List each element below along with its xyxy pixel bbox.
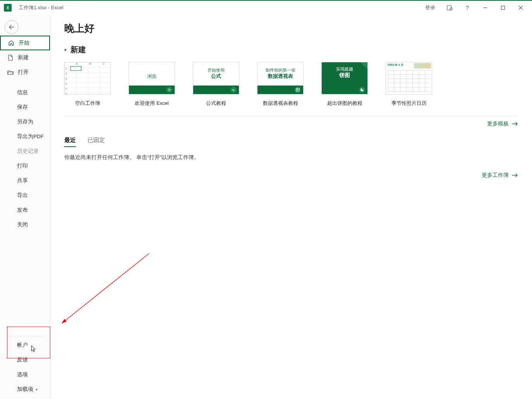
minimize-button[interactable]	[476, 2, 494, 14]
sign-in-button[interactable]: 登录	[420, 2, 441, 14]
sidebar-label: 打开	[18, 69, 29, 76]
template-welcome[interactable]: 浏览 欢迎使用 Excel	[129, 62, 175, 107]
section-title: 新建	[70, 45, 86, 55]
sidebar-item-save[interactable]: 保存	[0, 100, 50, 115]
arrow-right-icon	[166, 87, 172, 93]
template-label: 空白工作簿	[57, 100, 118, 107]
fx-icon: fx	[230, 87, 237, 93]
pie-icon	[359, 87, 365, 93]
recent-tabs: 最近 已固定	[64, 137, 518, 147]
sidebar-item-history: 历史记录	[0, 144, 50, 159]
chevron-down-icon: ▾	[36, 387, 38, 392]
sidebar-item-options[interactable]: 选项	[0, 367, 50, 382]
more-workbooks-link[interactable]: 更多工作簿	[64, 172, 518, 179]
arrow-right-icon	[512, 173, 518, 178]
template-calendar[interactable]: 20XX 年 4 月 季节性照片日历	[386, 62, 432, 107]
template-thumb: 浏览	[129, 62, 175, 94]
template-label: 季节性照片日历	[378, 100, 440, 107]
template-blank[interactable]: ABC 123456 空白工作簿	[64, 62, 111, 107]
template-thumb: ABC 123456	[64, 62, 111, 94]
open-folder-icon	[7, 70, 14, 75]
home-icon	[8, 40, 15, 46]
sidebar-label: 新建	[18, 54, 29, 61]
template-formulas[interactable]: 开始使用公式 fx 公式教程	[193, 62, 239, 107]
more-templates-link[interactable]: 更多模板	[64, 120, 518, 127]
sidebar-item-saveas[interactable]: 另存为	[0, 115, 50, 129]
sidebar-item-share[interactable]: 共享	[0, 173, 50, 188]
template-pie[interactable]: 实现超越饼图 超出饼图的教程	[321, 62, 368, 107]
sidebar-item-home[interactable]: 开始	[0, 36, 50, 50]
sidebar-item-close[interactable]: 关闭	[0, 217, 50, 232]
template-thumb: 实现超越饼图	[321, 62, 368, 94]
chevron-down-icon: ▾	[64, 47, 67, 53]
arrow-right-icon	[512, 122, 518, 126]
title-bar: X 工作簿1.xlsx - Excel 登录 ?	[0, 0, 532, 15]
template-thumb: 开始使用公式 fx	[193, 62, 239, 94]
template-label: 公式教程	[185, 100, 247, 107]
sidebar-item-info[interactable]: 信息	[0, 85, 50, 100]
template-label: 超出饼图的教程	[314, 100, 376, 107]
pivot-icon	[295, 87, 301, 93]
excel-app-icon: X	[4, 4, 12, 12]
new-file-icon	[7, 55, 14, 61]
close-button[interactable]	[512, 2, 530, 14]
coming-soon-icon[interactable]	[441, 2, 458, 14]
sidebar-item-exportpdf[interactable]: 导出为PDF	[0, 129, 50, 144]
tab-pinned[interactable]: 已固定	[88, 137, 105, 147]
svg-rect-5	[296, 88, 299, 91]
sidebar-item-export[interactable]: 导出	[0, 188, 50, 203]
sidebar-item-feedback[interactable]: 反馈	[0, 353, 50, 367]
backstage-sidebar: 开始 新建 打开 信息 保存 另存为 导出为PDF 历史记录 打印 共享 导出 …	[0, 15, 50, 399]
help-button[interactable]: ?	[458, 2, 476, 14]
sidebar-label: 加载项	[17, 386, 33, 393]
template-thumb: 制作你的第一张数据透视表	[257, 62, 304, 94]
empty-recent-hint: 你最近尚未打开任何工作簿。 单击"打开"以浏览工作簿。	[64, 154, 518, 161]
sidebar-item-new[interactable]: 新建	[0, 50, 50, 65]
back-button[interactable]	[5, 20, 19, 34]
window-title: 工作簿1.xlsx - Excel	[19, 4, 63, 11]
template-label: 欢迎使用 Excel	[121, 100, 183, 107]
greeting-heading: 晚上好	[64, 22, 518, 35]
sidebar-item-publish[interactable]: 发布	[0, 203, 50, 217]
sidebar-item-print[interactable]: 打印	[0, 159, 50, 173]
template-label: 数据透视表教程	[249, 100, 311, 107]
sidebar-item-open[interactable]: 打开	[0, 65, 50, 80]
link-label: 更多模板	[487, 120, 509, 127]
svg-rect-2	[501, 6, 505, 10]
sidebar-label: 开始	[19, 39, 29, 46]
new-section-header[interactable]: ▾ 新建	[64, 45, 518, 55]
backstage-main: 晚上好 ▾ 新建 ABC 123456 空白工作簿 浏览	[50, 15, 532, 399]
template-thumb: 20XX 年 4 月	[386, 62, 432, 94]
link-label: 更多工作簿	[482, 172, 509, 179]
templates-row: ABC 123456 空白工作簿 浏览 欢迎使用 Excel 开始使用公式	[64, 62, 518, 107]
tab-recent[interactable]: 最近	[64, 137, 76, 147]
sidebar-item-addins[interactable]: 加载项 ▾	[0, 382, 50, 397]
maximize-button[interactable]	[494, 2, 512, 14]
sidebar-item-account[interactable]: 帐户	[0, 338, 50, 353]
template-pivot[interactable]: 制作你的第一张数据透视表 数据透视表教程	[257, 62, 304, 107]
